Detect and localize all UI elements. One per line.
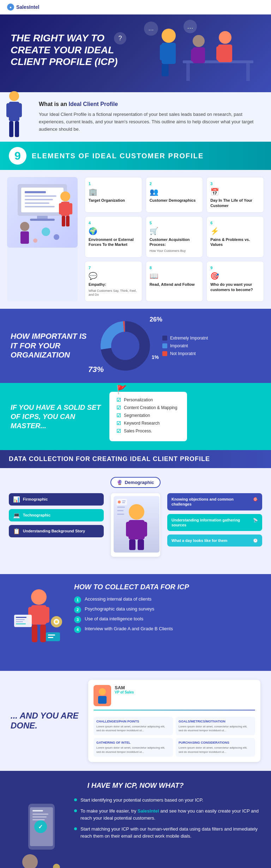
profile-grid: Challenges/Pain Points Lorem ipsum dolor…	[94, 717, 255, 757]
diagram-right: Knowing objections and common challenges…	[167, 493, 262, 547]
checklist-item-3: ☑ Segmentation	[116, 413, 180, 418]
svg-rect-69	[16, 621, 23, 622]
checklist-label-1: Personalization	[124, 397, 153, 402]
svg-rect-11	[216, 46, 221, 60]
tag-objections-label: Knowing objections and common challenges	[171, 497, 251, 507]
svg-point-77	[99, 688, 106, 695]
what-is-content: What is an Ideal Client Profile Your Ide…	[39, 101, 260, 133]
donut-pct-1: 1%	[152, 354, 159, 360]
collect-item-4: 4 Interview with Grade A and Grade B Cli…	[74, 626, 260, 633]
profile-section-text-3: Lorem ipsum dolor sit amet, consectetur …	[96, 746, 170, 754]
hero-title: THE RIGHT WAY TO CREATE YOUR IDEAL CLIEN…	[11, 25, 124, 68]
svg-rect-67	[16, 617, 26, 618]
done-section: ... AND YOU ARE DONE. SAM VP of Sales Ch…	[0, 671, 271, 771]
collect-item-3: 3 Use of data intelligence tools	[74, 616, 260, 623]
checklist-item-4: ☑ Keyword Research	[116, 420, 180, 426]
svg-rect-21	[15, 121, 19, 137]
svg-text:✓: ✓	[38, 824, 43, 830]
legend-box-1	[162, 336, 167, 341]
element-name-5: Customer Acquisition Process:	[150, 237, 199, 247]
tag-firmographic-label: Firmographic	[23, 497, 48, 501]
checklist-item-1: ☑ Personalization	[116, 397, 180, 403]
svg-rect-12	[223, 46, 228, 60]
element-card-9: 9 🎯 Who do you want your customers to be…	[206, 261, 264, 302]
elements-number: 9	[9, 147, 26, 165]
profile-section-title-1: Challenges/Pain Points	[96, 720, 170, 723]
svg-point-16	[9, 91, 19, 101]
collect-right: HOW TO COLLECT DATA FOR ICP 1 Accessing …	[74, 583, 260, 662]
donut-pct-73: 73%	[88, 365, 104, 374]
svg-rect-36	[66, 216, 70, 226]
donut-chart: 73% 26% 1%	[99, 319, 152, 372]
now-what-content: ✓ Start identifying your potential custo…	[11, 797, 260, 868]
svg-rect-78	[98, 696, 107, 704]
profile-card: SAM VP of Sales Challenges/Pain Points L…	[88, 680, 260, 762]
tag-background-label: Understanding Background Story	[23, 529, 85, 533]
check-5: ☑	[116, 428, 121, 434]
element-card-4: 4 🌍 Environment or External Forces To th…	[85, 216, 142, 258]
svg-rect-8	[163, 64, 169, 76]
diagram-left: 📊 Firmographic 💻 Technographic 📋 Underst…	[9, 493, 104, 537]
svg-rect-59	[122, 502, 125, 503]
logo-text: SalesIntel	[16, 4, 39, 10]
svg-point-39	[42, 228, 50, 236]
checklist-label-5: Sales Process.	[124, 429, 152, 433]
data-collection-banner: DATA COLLECTION FOR CREATING IDEAL CLIEN…	[0, 450, 271, 468]
element-card-2: 2 👥 Customer Demographics	[146, 177, 203, 213]
bullets-container: Start identifying your potential custome…	[74, 797, 260, 840]
tag-technographic-label: Technographic	[23, 513, 50, 517]
svg-rect-15	[191, 49, 195, 61]
svg-rect-61	[31, 605, 47, 625]
element-num-2: 2	[150, 182, 152, 186]
now-what-title: I HAVE MY ICP, NOW WHAT?	[11, 781, 260, 790]
legend-box-2	[162, 343, 167, 348]
now-what-text-3: Start matching your ICP with our human-v…	[80, 826, 260, 839]
svg-rect-28	[25, 206, 55, 207]
svg-rect-24	[25, 191, 46, 193]
svg-point-40	[54, 234, 59, 240]
svg-rect-75	[48, 634, 55, 636]
logo-icon: ●	[7, 4, 14, 11]
collect-item-2: 2 Psychographic data using surveys	[74, 606, 260, 613]
svg-point-73	[55, 620, 58, 623]
svg-rect-17	[9, 102, 19, 121]
profile-section-title-4: Purchasing Considerations	[179, 741, 252, 744]
tag-background-icon: 📋	[13, 528, 20, 535]
tag-objections: Knowing objections and common challenges…	[167, 493, 262, 510]
collect-title: HOW TO COLLECT DATA FOR ICP	[74, 583, 260, 591]
svg-rect-74	[46, 632, 60, 641]
demographic-text: Demographic	[125, 480, 154, 485]
legend-item-3: Not Imporatnt	[162, 351, 208, 356]
element-icon-7: 💬	[89, 272, 97, 280]
svg-rect-30	[30, 219, 55, 221]
now-what-illustration: ✓	[11, 797, 67, 868]
svg-rect-58	[122, 501, 126, 501]
element-card-3: 3 📅 Day In The Life of Your Customer	[206, 177, 264, 213]
element-name-8: Read, Attend and Follow	[150, 282, 195, 287]
svg-rect-54	[117, 510, 124, 511]
profile-section-1: Challenges/Pain Points Lorem ipsum dolor…	[94, 717, 173, 735]
svg-rect-82	[32, 814, 48, 815]
collect-item-4-text: Interview with Grade A and Grade B Clien…	[85, 626, 173, 631]
svg-rect-51	[129, 539, 136, 550]
profile-avatar	[94, 685, 111, 706]
now-what-text-2: To make your life easier, try SalesIntel…	[80, 808, 260, 821]
legend-box-3	[162, 351, 167, 356]
collect-section: HOW TO COLLECT DATA FOR ICP 1 Accessing …	[0, 574, 271, 671]
element-name-4: Environment or External Forces To the Ma…	[89, 237, 138, 247]
svg-rect-26	[25, 199, 53, 200]
svg-point-31	[60, 191, 70, 201]
diagram-row: 📊 Firmographic 💻 Technographic 📋 Underst…	[9, 493, 262, 557]
profile-section-text-4: Lorem ipsum dolor sit amet, consectetur …	[179, 746, 252, 754]
profile-section-3: Gathering of Intel Lorem ipsum dolor sit…	[94, 738, 173, 756]
legend-label-3: Not Imporatnt	[170, 351, 196, 356]
standing-figure	[4, 90, 28, 144]
checklist-label-2: Content Creation & Mapping	[124, 405, 177, 410]
profile-job-title: VP of Sales	[115, 690, 134, 694]
svg-rect-68	[16, 619, 25, 620]
elements-illustration	[7, 177, 78, 302]
tag-daylife-label: What a day looks like for them	[171, 538, 227, 543]
legend-label-2: Imporatnt	[170, 343, 188, 348]
now-what-text-1: Start identifying your potential custome…	[80, 797, 203, 804]
tag-firmographic-icon: 📊	[13, 496, 20, 503]
